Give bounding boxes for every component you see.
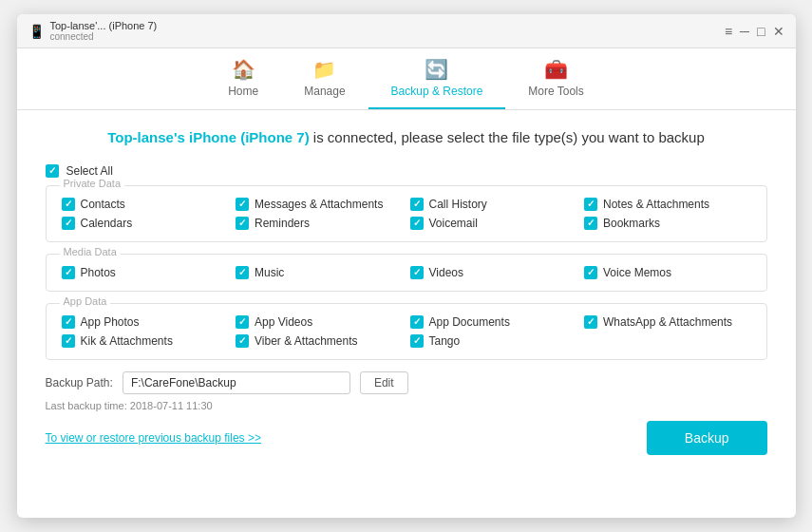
list-item[interactable]: Voicemail	[410, 217, 577, 230]
nav-tools[interactable]: 🧰 More Tools	[505, 48, 606, 109]
list-item[interactable]: App Photos	[62, 315, 229, 329]
media-data-section: Media Data Photos Music Videos Voice Mem…	[46, 254, 767, 292]
list-item[interactable]: Messages & Attachments	[236, 198, 403, 211]
app-data-label: App Data	[60, 295, 111, 307]
list-item[interactable]: WhatsApp & Attachments	[584, 315, 751, 329]
list-item[interactable]: Voice Memos	[584, 266, 751, 279]
photos-label: Photos	[81, 266, 116, 279]
kik-checkbox[interactable]	[62, 334, 75, 348]
list-item[interactable]: Reminders	[236, 217, 403, 230]
device-status: connected	[50, 31, 158, 42]
list-item[interactable]: Viber & Attachments	[236, 334, 403, 348]
contacts-checkbox[interactable]	[62, 198, 75, 211]
whatsapp-checkbox[interactable]	[584, 315, 597, 329]
tango-checkbox[interactable]	[410, 334, 424, 348]
app-videos-checkbox[interactable]	[236, 315, 249, 329]
kik-label: Kik & Attachments	[81, 334, 173, 348]
list-item[interactable]: App Videos	[236, 315, 403, 329]
app-data-grid: App Photos App Videos App Documents What…	[62, 315, 751, 348]
backup-path-row: Backup Path: Edit	[46, 371, 767, 394]
notes-label: Notes & Attachments	[603, 198, 709, 211]
list-item[interactable]: Videos	[410, 266, 577, 279]
list-item[interactable]: Music	[236, 266, 403, 279]
viber-label: Viber & Attachments	[255, 334, 358, 348]
backup-path-label: Backup Path:	[46, 376, 113, 390]
voicemail-label: Voicemail	[429, 217, 478, 230]
restore-link[interactable]: To view or restore previous backup files…	[46, 431, 261, 445]
private-data-label: Private Data	[60, 178, 125, 189]
notes-checkbox[interactable]	[584, 198, 597, 211]
main-window: 📱 Top-lanse'... (iPhone 7) connected ≡ ─…	[17, 14, 796, 518]
backup-path-input[interactable]	[123, 371, 350, 394]
voicemail-checkbox[interactable]	[410, 217, 424, 230]
app-photos-label: App Photos	[81, 315, 140, 329]
list-item[interactable]: App Documents	[410, 315, 577, 329]
calendars-label: Calendars	[81, 217, 133, 230]
list-item[interactable]: Bookmarks	[584, 217, 751, 230]
window-controls: ≡ ─ □ ✕	[725, 25, 784, 38]
menu-button[interactable]: ≡	[725, 25, 732, 38]
app-documents-label: App Documents	[429, 315, 510, 329]
reminders-checkbox[interactable]	[236, 217, 249, 230]
list-item[interactable]: Tango	[410, 334, 577, 348]
videos-label: Videos	[429, 266, 463, 279]
maximize-button[interactable]: □	[757, 25, 765, 38]
messages-checkbox[interactable]	[236, 198, 249, 211]
nav-home-label: Home	[228, 85, 258, 98]
list-item[interactable]: Contacts	[62, 198, 229, 211]
list-item[interactable]: Notes & Attachments	[584, 198, 751, 211]
videos-checkbox[interactable]	[410, 266, 424, 279]
viber-checkbox[interactable]	[236, 334, 249, 348]
media-data-label: Media Data	[60, 246, 121, 257]
device-title-highlight: Top-lanse's iPhone (iPhone 7)	[107, 129, 309, 145]
backup-button[interactable]: Backup	[647, 421, 767, 455]
nav-tools-label: More Tools	[528, 85, 583, 98]
voicememos-checkbox[interactable]	[584, 266, 597, 279]
page-title-rest: is connected, please select the file typ…	[310, 129, 705, 145]
app-photos-checkbox[interactable]	[62, 315, 75, 329]
list-item[interactable]: Kik & Attachments	[62, 334, 229, 348]
bookmarks-label: Bookmarks	[603, 217, 660, 230]
app-documents-checkbox[interactable]	[410, 315, 424, 329]
tango-label: Tango	[429, 334, 461, 348]
titlebar: 📱 Top-lanse'... (iPhone 7) connected ≡ ─…	[17, 14, 796, 48]
nav-backup[interactable]: 🔄 Backup & Restore	[368, 48, 506, 109]
nav-backup-label: Backup & Restore	[391, 85, 483, 98]
bottom-section: Backup Path: Edit Last backup time: 2018…	[46, 371, 767, 455]
select-all-row: Select All	[46, 164, 767, 178]
nav-manage-label: Manage	[304, 85, 345, 98]
callhistory-checkbox[interactable]	[410, 198, 424, 211]
device-name: Top-lanse'... (iPhone 7)	[50, 20, 158, 31]
home-icon: 🏠	[232, 58, 255, 81]
nav-manage[interactable]: 📁 Manage	[281, 48, 368, 109]
nav-home[interactable]: 🏠 Home	[205, 48, 281, 109]
messages-label: Messages & Attachments	[255, 198, 383, 211]
minimize-button[interactable]: ─	[740, 25, 749, 38]
manage-icon: 📁	[312, 58, 336, 81]
backup-icon: 🔄	[425, 58, 448, 81]
footer-row: To view or restore previous backup files…	[46, 421, 767, 455]
device-info: 📱 Top-lanse'... (iPhone 7) connected	[28, 20, 158, 42]
list-item[interactable]: Photos	[62, 266, 229, 279]
bookmarks-checkbox[interactable]	[584, 217, 597, 230]
page-title: Top-lanse's iPhone (iPhone 7) is connect…	[46, 127, 767, 149]
whatsapp-label: WhatsApp & Attachments	[603, 315, 732, 329]
last-backup-time: Last backup time: 2018-07-11 11:30	[46, 400, 767, 411]
edit-button[interactable]: Edit	[360, 371, 408, 394]
media-data-grid: Photos Music Videos Voice Memos	[62, 266, 751, 279]
voicememos-label: Voice Memos	[603, 266, 671, 279]
music-checkbox[interactable]	[236, 266, 249, 279]
callhistory-label: Call History	[429, 198, 487, 211]
calendars-checkbox[interactable]	[62, 217, 75, 230]
app-data-section: App Data App Photos App Videos App Docum…	[46, 303, 767, 360]
select-all-label: Select All	[66, 164, 113, 178]
main-content: Top-lanse's iPhone (iPhone 7) is connect…	[17, 110, 796, 518]
app-videos-label: App Videos	[255, 315, 312, 329]
list-item[interactable]: Call History	[410, 198, 577, 211]
select-all-checkbox[interactable]	[46, 164, 59, 178]
close-button[interactable]: ✕	[773, 25, 784, 38]
contacts-label: Contacts	[81, 198, 125, 211]
photos-checkbox[interactable]	[62, 266, 75, 279]
list-item[interactable]: Calendars	[62, 217, 229, 230]
navbar: 🏠 Home 📁 Manage 🔄 Backup & Restore 🧰 Mor…	[17, 48, 796, 110]
